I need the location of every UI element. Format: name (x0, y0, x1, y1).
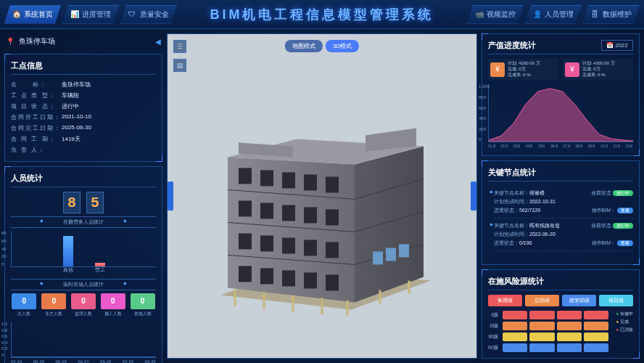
building-model (199, 84, 445, 317)
viewport-toolbar: ☰ ▤ (173, 40, 186, 72)
risk-cell[interactable] (584, 333, 608, 341)
year-selector[interactable]: 📅 2022 (601, 40, 633, 51)
left-collapse-handle[interactable] (168, 182, 173, 211)
info-row: 合 同 工 期：1419天 (11, 134, 156, 144)
person-icon: 👤 (533, 10, 542, 19)
sub-registered: 在册劳务人员统计 (11, 216, 156, 228)
data-icon: 🗄 (591, 10, 600, 19)
risk-tab[interactable]: 建管部级 (562, 295, 596, 306)
svg-rect-26 (326, 242, 339, 258)
nav-person[interactable]: 👤人员管理 (525, 5, 582, 24)
svg-rect-31 (326, 274, 339, 290)
risk-tab[interactable]: 项目级 (599, 295, 633, 306)
bim-button[interactable]: 查看 (617, 208, 633, 213)
risk-cell[interactable] (557, 322, 582, 330)
nav-progress[interactable]: 📊进度管理 (62, 5, 119, 24)
home-icon: 🏠 (12, 10, 21, 19)
registered-bar-chart: 806040200 其他 劳工 (11, 231, 156, 267)
viewport-mode-switch: 地图模式 3D模式 (285, 40, 359, 52)
stat-box: 0监理人数 (71, 293, 96, 317)
info-row: 负 责 人： (11, 144, 156, 155)
svg-rect-14 (282, 172, 295, 188)
info-row: 项 目 状 态：进行中 (11, 101, 156, 112)
onsite-line-chart: 1.00.80.60.40.20 (11, 322, 156, 358)
risk-cell[interactable] (529, 333, 554, 341)
onsite-stat-boxes: 0总人数0业主人数0监理人数0施工人数0其他人数 (11, 293, 156, 317)
svg-rect-30 (304, 272, 317, 288)
stat-box: 0总人数 (12, 293, 36, 317)
risk-cell[interactable] (557, 333, 582, 341)
risk-cell[interactable] (529, 322, 554, 330)
output-title: 产值进度统计 (488, 40, 536, 51)
sub-onsite: 实时在场人员统计 (11, 279, 156, 290)
pin-icon: 📍 (6, 38, 15, 46)
svg-rect-33 (386, 248, 396, 261)
app-header: 🏠系统首页 📊进度管理 🛡质量安全 BIM机电工程信息模型管理系统 📹视频监控 … (0, 0, 644, 29)
output-panel: 产值进度统计 📅 2022 ¥计划: 4200.00 万完成: 0万完成率: 0… (482, 33, 640, 156)
svg-rect-25 (304, 240, 317, 256)
risk-panel: 在施风险源统计 集团级总部级建管部级项目级 I级II级III级IV级 实施中完成… (482, 269, 640, 359)
svg-rect-15 (304, 174, 317, 190)
svg-rect-22 (239, 233, 252, 249)
bim-button[interactable]: 查看 (617, 240, 633, 246)
mode-map-button[interactable]: 地图模式 (285, 40, 323, 52)
risk-cell[interactable] (584, 311, 608, 319)
state-badge: 进行中 (613, 223, 633, 229)
risk-cell[interactable] (503, 333, 527, 341)
video-icon: 📹 (475, 10, 484, 19)
nav-video[interactable]: 📹视频监控 (467, 5, 524, 24)
svg-rect-32 (373, 251, 383, 264)
milestone-panel: 关键节点统计 关键节点名称：维修楼当前状态 进行中 计划完成时间：2022-10… (482, 160, 640, 265)
risk-cell[interactable] (503, 322, 527, 330)
svg-rect-23 (260, 235, 273, 251)
svg-rect-16 (326, 176, 339, 192)
risk-cell[interactable] (557, 343, 582, 352)
nav-right: 📹视频监控 👤人员管理 🗄数据维护 (463, 5, 644, 24)
digit-2: 5 (86, 192, 104, 213)
risk-cell[interactable] (503, 311, 527, 319)
back-button[interactable]: ◀ (155, 38, 161, 46)
svg-rect-34 (399, 244, 409, 257)
risk-cell[interactable] (503, 343, 527, 352)
svg-rect-27 (239, 266, 252, 282)
info-row: 合同完工日期：2025-08-30 (11, 123, 156, 134)
vp-menu-button[interactable]: ☰ (173, 40, 186, 53)
svg-rect-12 (239, 168, 252, 184)
risk-cell[interactable] (584, 343, 608, 352)
state-badge: 进行中 (613, 190, 633, 196)
personnel-title: 人员统计 (11, 173, 156, 187)
svg-rect-28 (260, 268, 273, 284)
risk-title: 在施风险源统计 (488, 276, 633, 290)
stat-box: 0其他人数 (131, 293, 155, 317)
svg-marker-42 (489, 89, 633, 142)
stat-box: 0业主人数 (41, 293, 66, 317)
output-area-chart: 1,0008006004002000 (488, 84, 633, 142)
svg-rect-29 (282, 270, 295, 286)
risk-cell[interactable] (529, 343, 554, 352)
vp-layers-button[interactable]: ▤ (173, 59, 186, 72)
breadcrumb: 📍 鱼珠停车场 ◀ (4, 33, 162, 49)
site-info-title: 工点信息 (11, 60, 156, 75)
right-collapse-handle[interactable] (471, 182, 476, 211)
digit-1: 8 (63, 192, 80, 213)
quality-icon: 🛡 (128, 10, 137, 19)
svg-rect-21 (326, 209, 339, 225)
nav-home[interactable]: 🏠系统首页 (4, 5, 61, 24)
site-info-panel: 工点信息 名 称：鱼珠停车场工 点 类 型：车辆段项 目 状 态：进行中合同开工… (4, 54, 162, 162)
info-row: 名 称：鱼珠停车场 (11, 79, 156, 90)
risk-cell[interactable] (584, 322, 608, 330)
milestone-item: 关键节点名称：维修楼当前状态 进行中 计划完成时间：2022-10-31 进度状… (494, 186, 633, 219)
risk-cell[interactable] (557, 311, 582, 319)
svg-rect-19 (282, 205, 295, 221)
risk-tab[interactable]: 集团级 (488, 295, 522, 306)
personnel-count: 8 5 (11, 192, 156, 213)
svg-rect-17 (239, 200, 252, 216)
nav-data[interactable]: 🗄数据维护 (583, 5, 640, 24)
nav-quality[interactable]: 🛡质量安全 (120, 5, 177, 24)
personnel-panel: 人员统计 8 5 在册劳务人员统计 806040200 其他 劳工 实时在场人员… (4, 166, 162, 363)
3d-viewport[interactable]: ☰ ▤ 地图模式 3D模式 (167, 33, 477, 359)
risk-tab[interactable]: 总部级 (525, 295, 559, 306)
bar-other (63, 236, 73, 266)
mode-3d-button[interactable]: 3D模式 (326, 40, 359, 52)
risk-cell[interactable] (529, 311, 554, 319)
